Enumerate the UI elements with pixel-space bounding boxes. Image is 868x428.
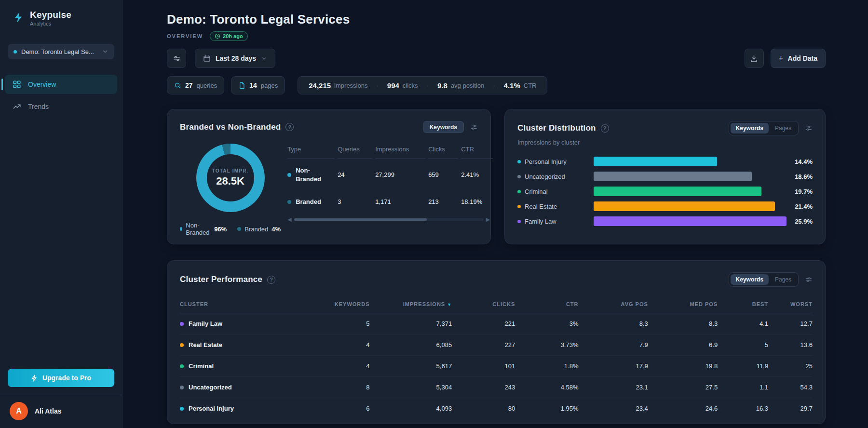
bar-track — [594, 157, 787, 166]
toggle-pages[interactable]: Pages — [770, 123, 797, 134]
download-button[interactable] — [745, 49, 764, 68]
med-pos-cell: 6.9 — [648, 334, 718, 355]
col-ctr[interactable]: CTR — [515, 296, 578, 313]
bar-row: Uncategorized 18.6% — [517, 172, 813, 181]
date-range-selector[interactable]: Last 28 days — [195, 49, 275, 68]
help-icon[interactable]: ? — [267, 276, 275, 284]
col-best[interactable]: BEST — [718, 296, 768, 313]
horizontal-scrollbar[interactable]: ◀ ▶ — [287, 217, 493, 222]
cluster-dot — [180, 407, 184, 411]
cluster-dot — [180, 343, 184, 347]
user-menu[interactable]: A Ali Atlas — [0, 395, 122, 428]
metric-separator: · — [489, 82, 499, 89]
keywords-pages-toggle: Keywords Pages — [729, 121, 799, 135]
sidebar-item-overview[interactable]: Overview — [5, 75, 117, 94]
avg-pos-cell: 7.9 — [579, 334, 648, 355]
upgrade-to-pro-button[interactable]: Upgrade to Pro — [8, 369, 114, 387]
pages-stat-pill[interactable]: 14 pages — [231, 76, 285, 94]
branded-body: TOTAL IMPR. 28.5K Non-Branded 96% — [180, 144, 478, 236]
table-row[interactable]: Real Estate 4 6,085 227 3.73% 7.9 6.9 5 … — [180, 334, 813, 356]
table-row[interactable]: Branded 3 1,171 213 18.19% — [287, 190, 493, 213]
card-settings-icon[interactable] — [805, 124, 813, 132]
help-icon[interactable]: ? — [285, 123, 294, 131]
table-row[interactable]: Non-Branded 24 27,299 659 2.41% — [287, 159, 493, 190]
bar-value: 18.6% — [787, 173, 813, 180]
table-row[interactable]: Family Law 5 7,371 221 3% 8.3 8.3 4.1 12… — [180, 313, 813, 334]
card-header: Branded vs Non-Branded ? Keywords — [180, 121, 478, 133]
scroll-right-icon[interactable]: ▶ — [486, 217, 490, 222]
add-data-label: Add Data — [788, 54, 817, 62]
pages-label: pages — [261, 82, 278, 89]
med-pos-cell: 27.5 — [648, 377, 718, 398]
branded-table-body: Non-Branded 24 27,299 659 2.41% Branded … — [287, 159, 493, 213]
clicks-cell: 213 — [428, 198, 458, 206]
bar — [594, 201, 775, 211]
card-subtitle: Impressions by cluster — [517, 139, 813, 146]
controls-right: + Add Data — [745, 49, 826, 68]
help-icon[interactable]: ? — [601, 124, 609, 133]
med-pos-cell: 24.6 — [648, 398, 718, 419]
section-label: OVERVIEW — [167, 33, 203, 39]
plus-icon: + — [779, 54, 784, 63]
best-cell: 5 — [718, 334, 768, 355]
sidebar-item-trends[interactable]: Trends — [5, 97, 117, 116]
toggle-keywords[interactable]: Keywords — [731, 274, 769, 285]
table-row[interactable]: Uncategorized 8 5,304 243 4.58% 23.1 27.… — [180, 377, 813, 398]
clicks-cell: 659 — [428, 166, 458, 183]
scroll-left-icon[interactable]: ◀ — [287, 217, 291, 222]
legend-item: Non-Branded 96% — [180, 222, 227, 236]
upgrade-label: Upgrade to Pro — [42, 374, 91, 382]
col-avg-pos[interactable]: AVG POS — [579, 296, 648, 313]
bar-value: 14.4% — [787, 158, 813, 165]
legend-name: Non-Branded — [186, 222, 211, 236]
col-impressions[interactable]: IMPRESSIONS▼ — [370, 296, 452, 313]
impressions-cell: 5,617 — [370, 356, 452, 376]
bar-row: Real Estate 21.4% — [517, 201, 813, 211]
col-worst[interactable]: WORST — [768, 296, 813, 313]
project-selector[interactable]: Demo: Toronto Legal Se... — [8, 44, 114, 59]
add-data-button[interactable]: + Add Data — [771, 49, 826, 68]
scrollbar-track[interactable] — [294, 218, 484, 221]
col-keywords[interactable]: KEYWORDS — [306, 296, 369, 313]
metric-label: impressions — [334, 82, 367, 89]
page-meta: OVERVIEW 20h ago — [167, 31, 826, 41]
toggle-pages[interactable]: Pages — [770, 274, 797, 285]
toggle-keywords[interactable]: Keywords — [731, 123, 769, 134]
clicks-cell: 243 — [452, 377, 515, 398]
queries-count: 27 — [185, 81, 193, 89]
keywords-toggle[interactable]: Keywords — [423, 121, 464, 133]
cluster-dot — [180, 364, 184, 368]
branded-table-header: Type Queries Impressions Clicks CTR — [287, 146, 493, 159]
cluster-dot — [517, 205, 521, 208]
avatar: A — [10, 402, 28, 420]
lightning-bolt-icon — [31, 374, 38, 382]
metric-separator: · — [372, 82, 382, 89]
metric: 9.8 avg position — [437, 81, 484, 90]
type-dot — [287, 173, 291, 177]
legend-dot — [180, 227, 182, 231]
brand-subtitle: Analytics — [30, 21, 71, 27]
med-pos-cell: 8.3 — [648, 313, 718, 334]
table-row[interactable]: Personal Injury 6 4,093 80 1.95% 23.4 24… — [180, 398, 813, 419]
card-settings-icon[interactable] — [470, 123, 478, 131]
table-row[interactable]: Criminal 4 5,617 101 1.8% 17.9 19.8 11.9… — [180, 356, 813, 377]
brand-name: Keypulse — [30, 10, 71, 20]
worst-cell: 13.6 — [768, 334, 813, 355]
col-med-pos[interactable]: MED POS — [648, 296, 718, 313]
queries-stat-pill[interactable]: 27 queries — [167, 76, 224, 94]
avg-pos-cell: 23.4 — [579, 398, 648, 419]
filter-button[interactable] — [167, 49, 186, 68]
card-header: Cluster Distribution ? Keywords Pages — [517, 121, 813, 135]
scrollbar-thumb[interactable] — [294, 218, 427, 221]
keywords-cell: 5 — [306, 313, 369, 334]
avg-pos-cell: 17.9 — [579, 356, 648, 376]
cluster-cell: Real Estate — [189, 341, 222, 348]
metric-value: 994 — [387, 81, 399, 90]
avg-pos-cell: 23.1 — [579, 377, 648, 398]
card-settings-icon[interactable] — [805, 276, 813, 283]
bar — [594, 187, 761, 196]
donut-legend: Non-Branded 96% Branded 4% — [180, 222, 281, 236]
col-cluster[interactable]: CLUSTER — [180, 296, 306, 313]
col-clicks[interactable]: CLICKS — [452, 296, 515, 313]
main-content: Demo: Toronto Legal Services OVERVIEW 20… — [122, 0, 868, 428]
